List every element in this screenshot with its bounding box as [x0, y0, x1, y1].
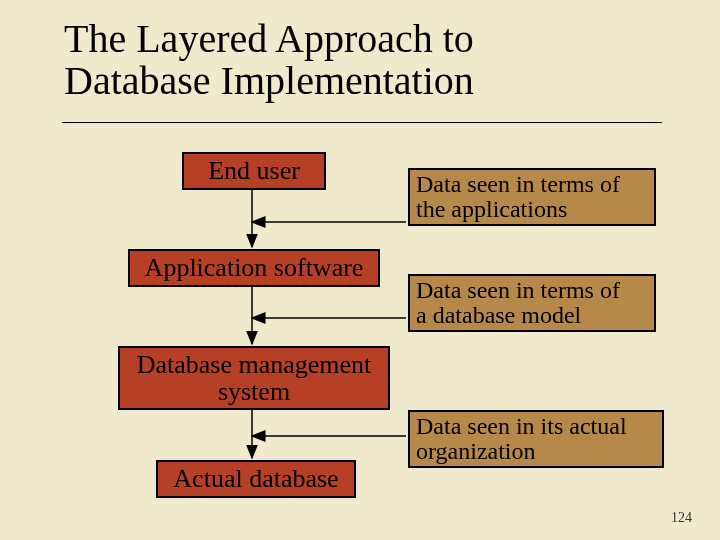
desc-db-model-l2: a database model — [416, 302, 581, 328]
desc-actual-org: Data seen in its actual organization — [408, 410, 664, 468]
desc-applications-l2: the applications — [416, 196, 567, 222]
layer-end-user-label: End user — [208, 157, 300, 184]
layer-dbms-label-2: system — [218, 378, 290, 405]
desc-actual-org-l2: organization — [416, 438, 536, 464]
desc-db-model: Data seen in terms of a database model — [408, 274, 656, 332]
title-line-1: The Layered Approach to — [64, 16, 474, 61]
slide-title: The Layered Approach to Database Impleme… — [64, 18, 474, 102]
page-number: 124 — [671, 510, 692, 526]
desc-applications: Data seen in terms of the applications — [408, 168, 656, 226]
title-underline — [62, 122, 662, 123]
layer-actual-database-label: Actual database — [173, 465, 338, 492]
layer-application-software-label: Application software — [145, 254, 364, 281]
slide: The Layered Approach to Database Impleme… — [0, 0, 720, 540]
layer-application-software: Application software — [128, 249, 380, 287]
title-line-2: Database Implementation — [64, 58, 474, 103]
desc-db-model-l1: Data seen in terms of — [416, 277, 620, 303]
layer-dbms: Database management system — [118, 346, 390, 410]
layer-end-user: End user — [182, 152, 326, 190]
desc-applications-l1: Data seen in terms of — [416, 171, 620, 197]
desc-actual-org-l1: Data seen in its actual — [416, 413, 627, 439]
layer-dbms-label-1: Database management — [137, 351, 372, 378]
layer-actual-database: Actual database — [156, 460, 356, 498]
